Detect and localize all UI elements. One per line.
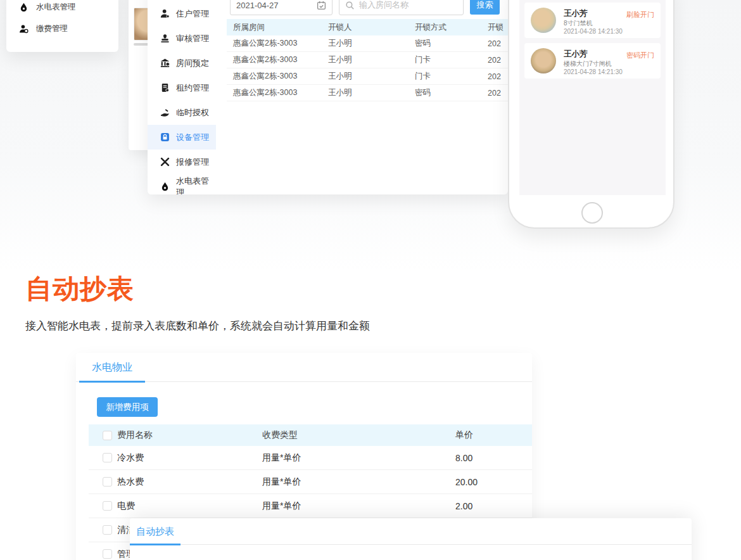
person-name: 王小芳 [564, 49, 588, 60]
search-icon [345, 1, 355, 10]
avatar [531, 48, 556, 73]
sidebar-item-resident[interactable]: 住户管理 [148, 1, 216, 26]
audit-icon [160, 34, 170, 43]
col-fee-type: 收费类型 [262, 430, 455, 441]
row-checkbox[interactable] [103, 477, 112, 487]
sidebar-item-label: 水电表管理 [176, 175, 216, 195]
section-subtitle: 接入智能水电表，提前录入表底数和单价，系统就会自动计算用量和金额 [25, 319, 370, 333]
date-value: 2021-04-27 [236, 1, 279, 10]
col-room: 所属房间 [227, 22, 328, 33]
tab-bar: 水电物业 [76, 353, 532, 382]
auto-meter-card: 自动抄表 [130, 518, 692, 560]
tab-utilities[interactable]: 水电物业 [79, 353, 145, 382]
select-all-checkbox[interactable] [103, 431, 112, 440]
device-name: 8寸门禁机 [564, 19, 593, 28]
search-placeholder: 输入房间名称 [359, 0, 408, 11]
mini-item-label: 水电表管理 [36, 2, 76, 13]
water-meter-icon [19, 3, 28, 12]
row-checkbox[interactable] [103, 453, 112, 462]
tab-bar: 自动抄表 [130, 518, 692, 545]
table-row: 惠鑫公寓2栋-3003 王小明 密码 202 [227, 85, 508, 101]
person-name: 王小芳 [564, 8, 588, 19]
col-fee-name: 费用名称 [117, 430, 153, 441]
fee-row: 冷水费 用量*单价 8.00 [89, 446, 532, 470]
timestamp: 2021-04-28 14:21:30 [564, 68, 623, 75]
mini-item-water-meter[interactable]: 水电表管理 [6, 0, 118, 18]
sidebar-item-label: 报修管理 [176, 156, 209, 168]
table-header-row: 所属房间 开锁人 开锁方式 开锁 [227, 19, 508, 35]
unlock-method-badge: 密码开门 [626, 51, 654, 60]
active-tab-underline [130, 544, 180, 545]
col-unit-price: 单价 [455, 430, 532, 441]
device-icon [160, 132, 170, 142]
mini-sidebar-card: 报修管理 水电表管理 缴费管理 [6, 0, 118, 52]
water-meter-icon [160, 182, 170, 191]
tab-auto-meter[interactable]: 自动抄表 [130, 518, 180, 545]
unlock-notification: 王小芳 8寸门禁机 2021-04-28 14:21:30 刷脸开门 [524, 3, 661, 38]
col-unlocker: 开锁人 [328, 22, 415, 33]
search-button[interactable]: 搜索 [470, 0, 500, 15]
room-search-input[interactable]: 输入房间名称 [339, 0, 464, 15]
sidebar-item-room-booking[interactable]: 房间预定 [148, 51, 216, 75]
sidebar-item-label: 住户管理 [176, 8, 209, 20]
sidebar-item-label: 审核管理 [176, 33, 209, 44]
table-row: 惠鑫公寓2栋-3003 王小明 密码 202 [227, 35, 508, 52]
col-time: 开锁 [488, 22, 508, 33]
admin-panel: 住户管理 审核管理 房间预定 租约管理 临时授权 [148, 0, 508, 194]
phone-mockup: 王小芳 8寸门禁机 2021-04-28 14:21:30 刷脸开门 王小芳 楼… [508, 0, 674, 229]
section-title: 自动抄表 [25, 271, 134, 307]
temp-auth-icon [160, 108, 170, 117]
unlock-record-table: 所属房间 开锁人 开锁方式 开锁 惠鑫公寓2栋-3003 王小明 密码 202 … [227, 19, 508, 101]
fee-row: 热水费 用量*单价 20.00 [89, 470, 532, 494]
home-button-icon [581, 202, 603, 224]
unlock-method-badge: 刷脸开门 [626, 10, 654, 20]
tab-label: 水电物业 [92, 361, 132, 374]
sidebar-item-temp-auth[interactable]: 临时授权 [148, 100, 216, 125]
sidebar-item-water-meter[interactable]: 水电表管理 [148, 174, 216, 194]
fee-header-row: 费用名称 收费类型 单价 [89, 424, 532, 446]
resident-icon [160, 9, 170, 18]
panel-content: 2021-04-27 输入房间名称 搜索 所属房间 开锁人 开锁方式 开锁 惠鑫… [216, 0, 508, 194]
lease-icon [160, 83, 170, 92]
sidebar-item-label: 设备管理 [176, 132, 209, 143]
device-name: 楼梯大门7寸闸机 [564, 60, 612, 68]
sidebar-item-lease[interactable]: 租约管理 [148, 75, 216, 100]
table-row: 惠鑫公寓2栋-3003 王小明 门卡 202 [227, 68, 508, 85]
repair-icon [160, 157, 170, 167]
calendar-icon[interactable] [317, 1, 326, 10]
row-checkbox[interactable] [103, 549, 112, 559]
row-checkbox[interactable] [103, 525, 112, 535]
mini-item-payment[interactable]: 缴费管理 [6, 18, 118, 39]
sidebar: 住户管理 审核管理 房间预定 租约管理 临时授权 [148, 0, 216, 194]
sidebar-item-repair[interactable]: 报修管理 [148, 150, 216, 174]
avatar [531, 8, 556, 33]
tab-label: 自动抄表 [136, 526, 174, 538]
payment-icon [19, 24, 28, 34]
mini-item-label: 缴费管理 [36, 23, 68, 34]
add-fee-button[interactable]: 新增费用项 [97, 397, 158, 417]
unlock-notification: 王小芳 楼梯大门7寸闸机 2021-04-28 14:21:30 密码开门 [524, 43, 661, 79]
active-tab-underline [79, 381, 145, 383]
sidebar-item-label: 临时授权 [176, 107, 209, 118]
col-method: 开锁方式 [415, 22, 488, 33]
room-booking-icon [160, 58, 170, 68]
phone-screen: 王小芳 8寸门禁机 2021-04-28 14:21:30 刷脸开门 王小芳 楼… [519, 0, 666, 195]
table-row: 惠鑫公寓2栋-3003 王小明 门卡 202 [227, 52, 508, 68]
fee-row: 电费 用量*单价 2.00 [89, 494, 532, 518]
date-input[interactable]: 2021-04-27 [230, 0, 332, 15]
row-checkbox[interactable] [103, 501, 112, 511]
sidebar-item-label: 租约管理 [176, 82, 209, 94]
sidebar-item-label: 房间预定 [176, 58, 209, 69]
timestamp: 2021-04-28 14:21:30 [564, 28, 623, 35]
sidebar-item-device[interactable]: 设备管理 [148, 125, 216, 150]
sidebar-item-audit[interactable]: 审核管理 [148, 26, 216, 51]
